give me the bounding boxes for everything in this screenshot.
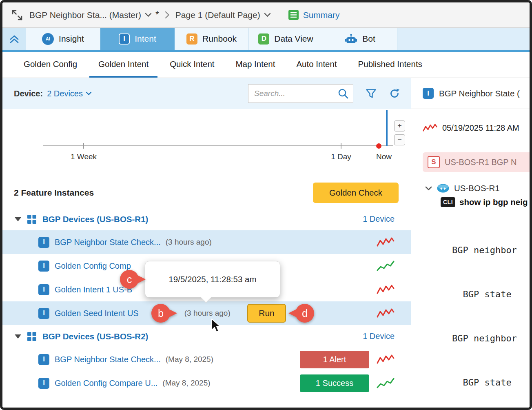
tooltip-text: 19/5/2025, 11:28:53 am — [168, 274, 256, 284]
chart-icon-green[interactable] — [377, 377, 395, 389]
device-count[interactable]: 1 Device — [363, 332, 395, 341]
subnav-published-intents[interactable]: Published Intents — [349, 52, 431, 78]
search-box — [248, 84, 353, 103]
group-label[interactable]: BGP Devices (US-BOS-R1) — [42, 214, 148, 224]
annotation-pin-letter: b — [151, 304, 170, 323]
tab-insight[interactable]: AI Insight — [26, 28, 100, 50]
alert-badge[interactable]: 1 Alert — [300, 351, 369, 368]
annotation-pin-c: c — [120, 270, 146, 289]
device-group-icon — [27, 214, 37, 225]
filter-icon[interactable] — [366, 89, 377, 99]
device-selector[interactable]: 2 Devices — [47, 89, 92, 98]
search-input[interactable] — [254, 89, 337, 98]
router-icon — [437, 183, 450, 194]
intent-row-bgp-neighbor-state-check-r2[interactable]: I BGP Neighbor State Check... (May 8, 20… — [2, 348, 411, 371]
tree-group-us-bos-r1[interactable]: BGP Devices (US-BOS-R1) 1 Device — [2, 208, 411, 230]
feature-instances-count: 2 Feature Instances — [14, 188, 94, 198]
intent-time: (May 8, 2025) — [166, 355, 213, 364]
timeline-now-label: Now — [366, 152, 402, 161]
tab-intent[interactable]: I Intent — [100, 28, 175, 50]
intent-row-bgp-neighbor-state-check[interactable]: I BGP Neighbor State Check... (3 hours a… — [2, 230, 411, 254]
tab-label: Insight — [59, 34, 84, 44]
execution-timestamp-row[interactable]: 05/19/2025 11:28 AM — [423, 123, 530, 133]
zoom-out-button[interactable]: − — [394, 134, 405, 145]
intent-icon: I — [38, 378, 49, 389]
current-time-indicator[interactable] — [386, 110, 388, 146]
chart-icon-red[interactable] — [377, 307, 395, 319]
intent-row-golden-config-compare-r2[interactable]: I Golden Config Compare U... (May 8, 202… — [2, 371, 411, 395]
chart-icon-red — [423, 123, 437, 133]
golden-check-button[interactable]: Golden Check — [313, 183, 399, 203]
cli-command-row[interactable]: CLI show ip bgp neig — [441, 197, 530, 207]
main-area: Device: 2 Devices 1 Week 1 Day — [2, 78, 530, 408]
chevron-down-icon[interactable] — [425, 186, 432, 191]
runbook-icon: R — [186, 33, 197, 45]
device-label: Device: — [14, 89, 43, 98]
feature-instances-tree: BGP Devices (US-BOS-R1) 1 Device I BGP N… — [2, 208, 411, 408]
tree-group-us-bos-r2[interactable]: BGP Devices (US-BOS-R2) 1 Device — [2, 325, 411, 348]
intent-icon: I — [38, 261, 49, 272]
mouse-cursor — [211, 318, 222, 334]
collapse-triangle-icon[interactable] — [15, 334, 21, 339]
unsaved-marker: * — [155, 9, 159, 20]
document-title[interactable]: BGP Neighbor Sta... (Master) * — [29, 9, 159, 20]
subnav-map-intent[interactable]: Map Intent — [227, 52, 284, 78]
alert-summary-text: US-BOS-R1 BGP N — [445, 158, 516, 167]
collapse-triangle-icon[interactable] — [15, 217, 21, 221]
zoom-in-button[interactable]: + — [394, 120, 405, 131]
run-button[interactable]: Run — [247, 304, 286, 323]
intent-link[interactable]: Golden Config Comp — [55, 261, 131, 271]
timeline-day-label: 1 Day — [323, 152, 359, 161]
device-group-icon — [27, 331, 37, 342]
subnav-golden-config[interactable]: Golden Config — [15, 52, 86, 78]
intent-tab-icon: I — [119, 33, 130, 45]
intent-link[interactable]: Golden Config Compare U... — [55, 379, 157, 388]
expand-icon[interactable] — [10, 8, 24, 22]
annotation-pin-letter: c — [120, 270, 139, 289]
intent-link[interactable]: BGP Neighbor State Check... — [55, 355, 161, 364]
cli-output-line: BGP neighbor — [452, 331, 530, 346]
group-label[interactable]: BGP Devices (US-BOS-R2) — [42, 332, 148, 341]
success-badge[interactable]: 1 Success — [300, 374, 369, 392]
intent-link[interactable]: Golden Seed Intent US — [55, 309, 139, 318]
chart-icon-green[interactable] — [377, 260, 395, 272]
chart-icon-red[interactable] — [377, 353, 395, 365]
bot-icon — [345, 33, 357, 45]
subnav-golden-intent[interactable]: Golden Intent — [89, 52, 157, 78]
device-count[interactable]: 1 Device — [363, 214, 395, 224]
cli-badge: CLI — [441, 197, 455, 207]
tab-data-view[interactable]: D Data View — [249, 28, 323, 50]
timestamp-tooltip: 19/5/2025, 11:28:53 am — [145, 261, 280, 298]
intent-time: (3 hours ago) — [166, 238, 212, 247]
alert-summary-bar[interactable]: S US-BOS-R1 BGP N — [423, 152, 530, 172]
tab-runbook[interactable]: R Runbook — [175, 28, 249, 50]
subnav-auto-intent[interactable]: Auto Intent — [287, 52, 346, 78]
intent-link[interactable]: BGP Neighbor State Check... — [55, 238, 161, 247]
intent-row-golden-seed-intent[interactable]: I Golden Seed Intent US (3 hours ago) Ru… — [2, 301, 411, 325]
chevron-down-icon — [264, 13, 271, 17]
timeline-marker-dot[interactable] — [376, 143, 381, 149]
chart-icon-red[interactable] — [377, 236, 395, 248]
timeline[interactable]: 1 Week 1 Day Now + − — [2, 109, 411, 177]
chart-icon-red[interactable] — [377, 283, 395, 296]
collapse-tabs-button[interactable] — [2, 28, 26, 50]
annotation-pin-letter: d — [295, 304, 314, 323]
tab-bot[interactable]: Bot — [323, 28, 397, 50]
tab-label: Intent — [135, 34, 156, 44]
intent-icon: I — [38, 284, 49, 295]
tab-label: Runbook — [202, 34, 237, 44]
data-view-icon: D — [258, 33, 269, 45]
timeline-tick — [341, 143, 341, 149]
intent-subnav: Golden Config Golden Intent Quick Intent… — [2, 52, 530, 78]
refresh-icon[interactable] — [389, 88, 400, 99]
search-icon[interactable] — [337, 88, 349, 99]
chevron-down-icon[interactable] — [145, 13, 152, 17]
subnav-quick-intent[interactable]: Quick Intent — [161, 52, 223, 78]
page-selector[interactable]: Page 1 (Default Page) — [175, 10, 271, 20]
detail-panel-header: I BGP Neighbor State ( — [411, 78, 530, 109]
detail-panel-title: BGP Neighbor State ( — [439, 89, 520, 98]
timeline-week-label: 1 Week — [65, 152, 102, 161]
summary-link[interactable]: Summary — [288, 9, 340, 20]
device-tree-node[interactable]: US-BOS-R1 — [425, 183, 530, 194]
cli-output-line: BGP neighbor — [452, 243, 530, 258]
